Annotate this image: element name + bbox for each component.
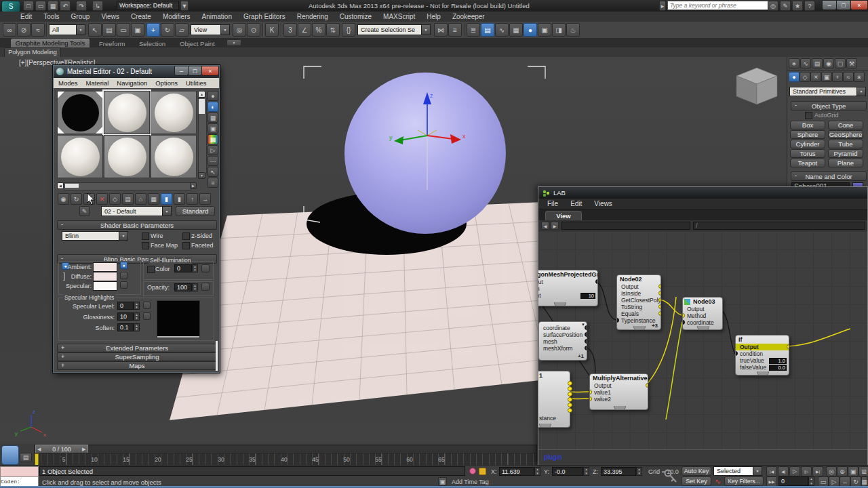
selection-set-key-dropdown[interactable]: Selected <box>713 466 762 476</box>
sample-type-icon[interactable]: ● <box>208 91 218 101</box>
show-map-in-viewport-icon[interactable]: ▮ <box>161 193 172 205</box>
current-frame-field[interactable]: 0 <box>778 476 808 486</box>
create-tab-icon[interactable]: ∗ <box>789 58 800 68</box>
output-port[interactable] <box>585 332 587 337</box>
face-map-checkbox[interactable] <box>142 242 149 249</box>
mirror-icon[interactable]: ⋈ <box>434 23 448 37</box>
select-and-link-icon[interactable]: ∞ <box>3 23 16 37</box>
menu-rendering[interactable]: Rendering <box>297 13 328 20</box>
hierarchy-tab-icon[interactable]: ▤ <box>812 58 823 68</box>
current-frame-spinner[interactable] <box>808 476 814 486</box>
material-slot-6[interactable] <box>151 135 197 178</box>
coordinate-x-field[interactable]: 11.639 <box>499 467 534 476</box>
named-selection-sets-icon[interactable]: {} <box>342 23 355 37</box>
material-type-button[interactable]: Standard <box>176 206 215 216</box>
percent-snap-icon[interactable]: % <box>312 23 326 37</box>
select-and-scale-icon[interactable]: ▱ <box>175 23 189 37</box>
favorites-icon[interactable]: ★ <box>792 1 803 11</box>
input-port[interactable] <box>590 396 592 401</box>
truevalue-field[interactable]: 1.0 <box>769 358 787 364</box>
put-to-scene-icon[interactable]: ↻ <box>71 193 82 205</box>
selection-lock-icon[interactable] <box>479 468 486 475</box>
align-icon[interactable]: ≡ <box>448 23 462 37</box>
output-port[interactable] <box>568 403 572 407</box>
output-port[interactable] <box>568 392 572 396</box>
diffuse-color-swatch[interactable] <box>93 272 117 281</box>
unlink-selection-icon[interactable]: ⊘ <box>17 23 31 37</box>
make-unique-icon[interactable]: ◇ <box>109 193 121 205</box>
cameras-category-icon[interactable]: ▣ <box>821 72 832 82</box>
slots-scroll-thumb[interactable] <box>199 99 205 114</box>
slots-scroll-down-icon[interactable]: ▼ <box>198 172 205 179</box>
mat-menu-utilities[interactable]: Utilities <box>186 79 207 87</box>
menu-graph-editors[interactable]: Graph Editors <box>243 13 285 20</box>
opacity-map-button[interactable] <box>201 283 210 291</box>
mat-menu-options[interactable]: Options <box>155 79 178 87</box>
name-and-color-rollout[interactable]: -Name and Color <box>791 171 867 181</box>
slots-h-scrollbar[interactable] <box>64 182 191 190</box>
orbit-icon[interactable]: ↻ <box>850 476 861 487</box>
node-polygonmesh-projected-grid[interactable]: PolygonMeshProjectedGrid Output mesh Cou… <box>538 270 598 306</box>
self-illum-spinner[interactable] <box>192 264 198 272</box>
ambient-color-swatch[interactable] <box>93 262 117 272</box>
snaps-toggle-icon[interactable]: 3 <box>283 23 297 37</box>
two-sided-checkbox[interactable] <box>182 232 190 240</box>
material-slot-4[interactable] <box>57 135 103 178</box>
isolate-selection-icon[interactable] <box>469 468 476 474</box>
next-frame-icon[interactable]: |▷ <box>801 466 812 476</box>
save-file-icon[interactable]: ▦ <box>47 1 58 11</box>
app-logo-icon[interactable]: S <box>1 1 20 12</box>
menu-create[interactable]: Create <box>131 13 151 20</box>
use-pivot-point-icon[interactable]: ◎ <box>233 23 246 37</box>
systems-category-icon[interactable]: ∗ <box>854 72 865 82</box>
menu-animation[interactable]: Animation <box>201 13 231 20</box>
lab-menu-file[interactable]: File <box>547 200 558 207</box>
shader-basic-parameters-rollout[interactable]: -Shader Basic Parameters <box>57 220 217 230</box>
lab-tab-view[interactable]: View <box>545 211 582 221</box>
box-button[interactable]: Box <box>790 121 825 129</box>
slots-scrollbar[interactable] <box>198 98 207 174</box>
output-port[interactable] <box>568 408 572 413</box>
faceted-checkbox[interactable] <box>182 242 190 249</box>
set-key-curve-icon[interactable]: ∿ <box>715 477 721 486</box>
track-bar[interactable]: 5 10 15 20 25 30 35 40 45 50 55 60 65 <box>34 453 537 466</box>
object-type-rollout[interactable]: -Object Type <box>791 101 867 110</box>
window-crossing-icon[interactable]: ▣ <box>131 23 144 37</box>
lab-path-field[interactable]: / <box>693 222 865 230</box>
tube-button[interactable]: Tube <box>828 140 863 148</box>
menu-edit[interactable]: Edit <box>20 13 32 20</box>
specular-level-spinner[interactable] <box>134 302 140 310</box>
keyboard-shortcut-override-icon[interactable]: K <box>265 23 279 37</box>
shader-type-dropdown[interactable]: Blinn <box>62 231 128 241</box>
time-slider-next-icon[interactable]: ▶ <box>82 447 85 452</box>
search-prev-icon[interactable]: ▸ <box>659 1 666 11</box>
set-key-button[interactable]: Set Key <box>682 476 711 486</box>
region-zoom-icon[interactable]: ▭ <box>818 476 829 487</box>
specular-color-swatch[interactable] <box>93 281 117 291</box>
make-preview-icon[interactable]: ▷ <box>208 145 218 155</box>
material-slot-3[interactable] <box>151 91 197 134</box>
output-port[interactable] <box>658 304 660 309</box>
lab-menu-edit[interactable]: Edit <box>570 200 582 207</box>
soften-field[interactable]: 0.1 <box>117 323 134 331</box>
torus-button[interactable]: Torus <box>790 149 825 158</box>
sphere-button[interactable]: Sphere <box>790 130 825 139</box>
maximize-viewport-icon[interactable]: ▦ <box>861 476 867 487</box>
spinner-snap-icon[interactable]: ⇅ <box>326 23 340 37</box>
sphere-object[interactable] <box>344 73 506 234</box>
shapes-category-icon[interactable]: ◇ <box>800 72 810 82</box>
menu-modifiers[interactable]: Modifiers <box>163 13 191 20</box>
lights-category-icon[interactable]: ☀ <box>810 72 821 82</box>
field-of-view-icon[interactable]: ▷ <box>829 476 840 487</box>
rectangular-selection-region-icon[interactable]: ▭ <box>117 23 130 37</box>
key-mode-toggle-icon[interactable]: ▶▶ <box>766 476 777 487</box>
node-multiply-alternative2[interactable]: MultiplyAlternative2, Output value1 valu… <box>589 373 648 410</box>
output-port[interactable] <box>787 344 789 349</box>
node-node02[interactable]: Node02 Output IsInside GetClosestPoly...… <box>616 274 661 330</box>
scene-explorer-icon[interactable]: ▤ <box>481 23 494 37</box>
material-editor-minimize-icon[interactable]: – <box>174 66 189 76</box>
coordinate-y-spinner[interactable] <box>583 467 589 476</box>
cylinder-button[interactable]: Cylinder <box>790 140 825 148</box>
menu-maxscript[interactable]: MAXScript <box>383 13 415 20</box>
menu-views[interactable]: Views <box>101 13 119 20</box>
